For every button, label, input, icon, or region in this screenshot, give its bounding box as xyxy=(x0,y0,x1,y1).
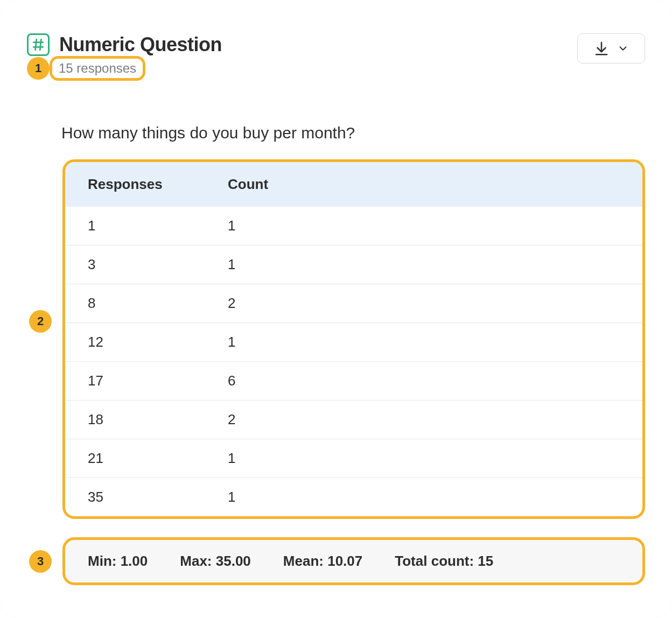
table-row: 211 xyxy=(65,439,642,478)
stat-total: Total count: 15 xyxy=(395,553,493,570)
stat-mean-value: 10.07 xyxy=(327,553,362,569)
table-row: 31 xyxy=(65,245,642,284)
table-section: 2 Responses Count 113182121176182211351 xyxy=(29,159,645,519)
cell-count: 1 xyxy=(205,245,642,284)
stat-total-value: 15 xyxy=(478,553,493,569)
table-row: 11 xyxy=(65,207,642,245)
cell-count: 6 xyxy=(205,362,642,401)
stat-min-label: Min: xyxy=(88,553,116,569)
header-count: Count xyxy=(205,162,642,207)
cell-response: 8 xyxy=(65,284,205,323)
chevron-down-icon xyxy=(617,43,629,54)
stat-max-value: 35.00 xyxy=(216,553,251,569)
stat-min-value: 1.00 xyxy=(121,553,148,569)
question-card: Numeric Question 1 15 responses xyxy=(0,0,672,618)
download-button[interactable] xyxy=(577,33,645,64)
stat-max: Max: 35.00 xyxy=(180,553,251,570)
cell-response: 12 xyxy=(65,323,205,362)
table-row: 121 xyxy=(65,323,642,362)
cell-response: 35 xyxy=(65,478,205,517)
cell-count: 1 xyxy=(205,478,642,517)
cell-response: 21 xyxy=(65,439,205,478)
cell-response: 18 xyxy=(65,401,205,439)
annotation-highlight-1: 15 responses xyxy=(50,56,145,81)
stat-min: Min: 1.00 xyxy=(88,553,148,570)
responses-count: 15 responses xyxy=(59,61,136,75)
table-header-row: Responses Count xyxy=(65,162,642,207)
stat-total-label: Total count: xyxy=(395,553,474,569)
cell-count: 1 xyxy=(205,207,642,245)
cell-count: 1 xyxy=(205,439,642,478)
responses-line: 1 15 responses xyxy=(27,56,222,81)
stat-mean: Mean: 10.07 xyxy=(283,553,362,570)
question-type-title: Numeric Question xyxy=(59,33,222,56)
header-responses: Responses xyxy=(65,162,205,207)
header-left: Numeric Question 1 15 responses xyxy=(27,33,222,81)
responses-table-wrap: Responses Count 113182121176182211351 xyxy=(62,159,645,519)
stat-mean-label: Mean: xyxy=(283,553,324,569)
stats-box: Min: 1.00 Max: 35.00 Mean: 10.07 Total c… xyxy=(62,537,645,585)
table-row: 351 xyxy=(65,478,642,517)
stat-max-label: Max: xyxy=(180,553,212,569)
cell-response: 1 xyxy=(65,207,205,245)
numeric-type-icon xyxy=(27,33,50,56)
table-row: 182 xyxy=(65,401,642,439)
annotation-badge-3: 3 xyxy=(29,550,52,573)
annotation-badge-2: 2 xyxy=(29,310,52,333)
cell-count: 2 xyxy=(205,284,642,323)
svg-line-2 xyxy=(36,39,37,50)
table-row: 82 xyxy=(65,284,642,323)
cell-response: 3 xyxy=(65,245,205,284)
table-row: 176 xyxy=(65,362,642,401)
download-icon xyxy=(593,40,610,57)
question-text: How many things do you buy per month? xyxy=(61,124,645,142)
responses-table: Responses Count 113182121176182211351 xyxy=(65,162,642,516)
cell-count: 1 xyxy=(205,323,642,362)
stats-section: 3 Min: 1.00 Max: 35.00 Mean: 10.07 Total… xyxy=(29,537,645,585)
annotation-badge-1: 1 xyxy=(27,57,50,80)
svg-line-3 xyxy=(40,39,41,50)
cell-response: 17 xyxy=(65,362,205,401)
title-line: Numeric Question xyxy=(27,33,222,56)
cell-count: 2 xyxy=(205,401,642,439)
card-header: Numeric Question 1 15 responses xyxy=(27,33,645,81)
